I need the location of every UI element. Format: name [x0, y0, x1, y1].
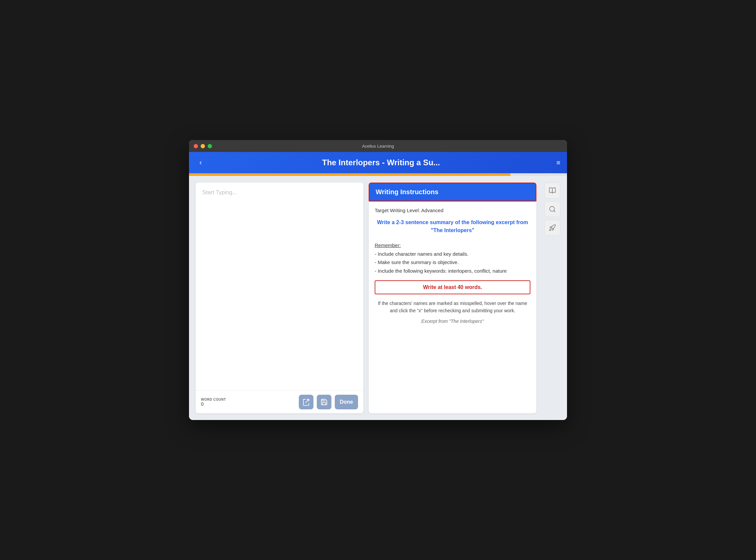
back-button[interactable]: ‹: [196, 158, 206, 167]
save-icon: [321, 398, 328, 406]
instructions-title: Writing Instructions: [376, 188, 439, 196]
maximize-button[interactable]: [208, 144, 212, 148]
title-bar: Acellus Learning: [189, 140, 567, 152]
instructions-body: Target Writing Level: Advanced Write a 2…: [369, 201, 536, 413]
writing-area: Start Typing... WORD COUNT 0: [196, 183, 363, 413]
min-words-text: Write at least 40 words.: [423, 284, 482, 290]
main-content: Start Typing... WORD COUNT 0: [189, 176, 567, 420]
book-icon: [549, 187, 556, 194]
remember-section: Remember: - Include character names and …: [375, 241, 530, 275]
writing-placeholder: Start Typing...: [202, 189, 237, 196]
menu-button[interactable]: ≡: [556, 159, 560, 166]
hover-instruction: If the characters' names are marked as m…: [375, 300, 530, 315]
excerpt-label: Excerpt from "The Interlopers": [375, 319, 530, 324]
min-words-box: Write at least 40 words.: [375, 280, 530, 294]
remember-title: Remember:: [375, 242, 401, 248]
target-level: Target Writing Level: Advanced: [375, 207, 530, 213]
side-icons: [544, 183, 560, 413]
export-icon: [303, 398, 310, 406]
writing-prompt: Write a 2-3 sentence summary of the foll…: [375, 219, 530, 235]
svg-line-0: [306, 399, 309, 403]
app-header: ‹ The Interlopers - Writing a Su... ≡: [189, 152, 567, 173]
progress-fill: [189, 173, 510, 176]
book-icon-button[interactable]: [544, 183, 560, 199]
page-title: The Interlopers - Writing a Su...: [206, 158, 556, 167]
remember-item-1: - Include character names and key detail…: [375, 250, 530, 258]
window-title: Acellus Learning: [362, 144, 394, 149]
writing-footer: WORD COUNT 0 Do: [196, 391, 363, 413]
remember-item-3: - Include the following keywords: interl…: [375, 267, 530, 275]
export-button[interactable]: [299, 395, 313, 409]
minimize-button[interactable]: [201, 144, 205, 148]
traffic-lights: [194, 144, 212, 148]
svg-line-2: [554, 211, 555, 212]
word-count-section: WORD COUNT 0: [201, 398, 295, 407]
save-button[interactable]: [317, 395, 331, 409]
rocket-icon-button[interactable]: [544, 220, 560, 236]
app-window: Acellus Learning ‹ The Interlopers - Wri…: [189, 140, 567, 420]
textarea-wrapper[interactable]: Start Typing...: [196, 183, 363, 391]
word-count-value: 0: [201, 401, 295, 407]
search-icon: [549, 205, 556, 213]
rocket-icon: [549, 224, 556, 232]
remember-item-2: - Make sure the summary is objective.: [375, 258, 530, 267]
search-icon-button[interactable]: [544, 201, 560, 217]
word-count-label: WORD COUNT: [201, 398, 295, 401]
progress-bar: [189, 173, 567, 176]
done-button[interactable]: Done: [335, 395, 358, 409]
instructions-header: Writing Instructions: [369, 183, 536, 201]
close-button[interactable]: [194, 144, 198, 148]
instructions-card: Writing Instructions Target Writing Leve…: [369, 183, 536, 413]
